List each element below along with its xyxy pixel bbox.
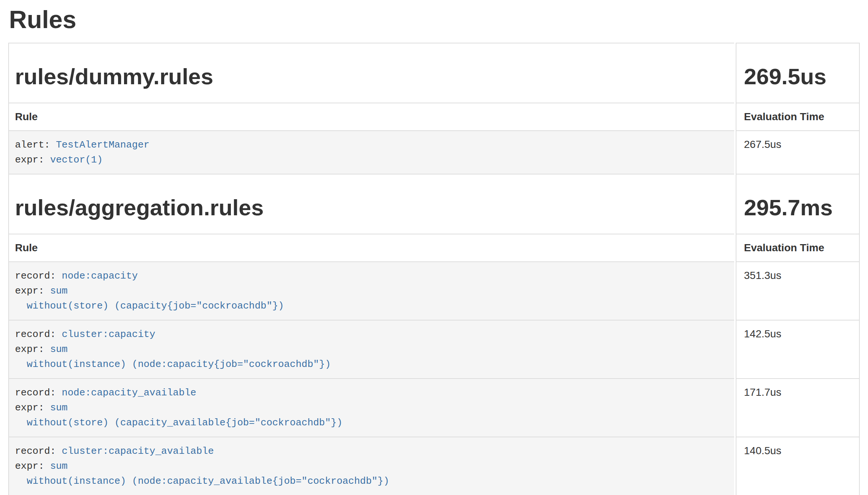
rule-row: alert: TestAlertManager expr: vector(1) … [8, 131, 860, 174]
rule-group-evaluation-time-cell: 295.7ms [736, 174, 860, 234]
rule-name-link[interactable]: node:capacity [62, 270, 138, 282]
rule-evaluation-time: 171.7us [744, 386, 781, 398]
rule-keyword-label: expr: [15, 402, 44, 413]
rules-table: rules/dummy.rules 269.5us Rule Evaluatio… [8, 43, 860, 495]
rule-evaluation-time: 351.3us [744, 270, 781, 281]
rule-keyword-label: expr: [15, 154, 44, 165]
rule-evaluation-time-cell: 142.5us [736, 321, 860, 379]
rule-definition: record: node:capacity_available expr: su… [15, 385, 728, 430]
rule-definition: record: cluster:capacity_available expr:… [15, 444, 728, 489]
rule-keyword-label: expr: [15, 285, 44, 297]
rule-expr-link[interactable]: sum without(store) (capacity_available{j… [15, 402, 343, 428]
rule-group-name-cell: rules/dummy.rules [8, 43, 734, 103]
rule-column-header: Rule [8, 234, 734, 262]
rule-definition-cell: record: node:capacity_available expr: su… [8, 379, 734, 437]
rule-row: record: node:capacity_available expr: su… [8, 379, 860, 437]
rule-name-link[interactable]: cluster:capacity [62, 329, 156, 340]
rule-group-header-row: rules/dummy.rules 269.5us [8, 43, 860, 103]
rule-group-name: rules/aggregation.rules [15, 195, 728, 220]
rule-keyword-label: expr: [15, 344, 44, 355]
rule-definition: record: node:capacity expr: sum without(… [15, 268, 728, 313]
rule-evaluation-time-cell: 140.5us [736, 437, 860, 495]
rule-definition-cell: record: node:capacity expr: sum without(… [8, 262, 734, 321]
rule-expr-link[interactable]: sum without(instance) (node:capacity{job… [15, 344, 331, 370]
column-header-row: Rule Evaluation Time [8, 234, 860, 262]
rule-evaluation-time-cell: 351.3us [736, 262, 860, 321]
rule-row: record: cluster:capacity_available expr:… [8, 437, 860, 495]
rule-definition-cell: record: cluster:capacity expr: sum witho… [8, 321, 734, 379]
rule-evaluation-time: 140.5us [744, 445, 781, 456]
rule-keyword-label: alert: [15, 139, 50, 151]
rule-definition: record: cluster:capacity expr: sum witho… [15, 327, 728, 372]
rule-expr-link[interactable]: vector(1) [50, 154, 103, 165]
rule-keyword-label: expr: [15, 461, 44, 472]
rule-evaluation-time-cell: 267.5us [736, 131, 860, 174]
rule-row: record: cluster:capacity expr: sum witho… [8, 321, 860, 379]
rule-name-link[interactable]: cluster:capacity_available [62, 446, 214, 457]
rule-group-evaluation-time-cell: 269.5us [736, 43, 860, 103]
rule-keyword-label: record: [15, 270, 56, 282]
rule-name-link[interactable]: node:capacity_available [62, 387, 196, 398]
rule-group-evaluation-time: 269.5us [744, 64, 853, 89]
rule-definition: alert: TestAlertManager expr: vector(1) [15, 137, 728, 167]
rule-group-evaluation-time: 295.7ms [744, 195, 853, 220]
rule-keyword-label: record: [15, 387, 56, 398]
rule-group-name-cell: rules/aggregation.rules [8, 174, 734, 234]
rule-evaluation-time: 267.5us [744, 139, 781, 150]
rule-group-header-row: rules/aggregation.rules 295.7ms [8, 174, 860, 234]
rule-keyword-label: record: [15, 446, 56, 457]
rule-column-header: Rule [8, 103, 734, 131]
rule-evaluation-time: 142.5us [744, 328, 781, 340]
rule-keyword-label: record: [15, 329, 56, 340]
rule-evaluation-time-cell: 171.7us [736, 379, 860, 437]
evaluation-time-column-header: Evaluation Time [736, 234, 860, 262]
rule-definition-cell: alert: TestAlertManager expr: vector(1) [8, 131, 734, 174]
rule-expr-link[interactable]: sum without(store) (capacity{job="cockro… [15, 285, 284, 312]
rule-group-name: rules/dummy.rules [15, 64, 728, 89]
rule-definition-cell: record: cluster:capacity_available expr:… [8, 437, 734, 495]
rule-name-link[interactable]: TestAlertManager [56, 139, 150, 151]
rule-expr-link[interactable]: sum without(instance) (node:capacity_ava… [15, 461, 389, 487]
page-title: Rules [9, 6, 860, 33]
rule-row: record: node:capacity expr: sum without(… [8, 262, 860, 321]
column-header-row: Rule Evaluation Time [8, 103, 860, 131]
evaluation-time-column-header: Evaluation Time [736, 103, 860, 131]
